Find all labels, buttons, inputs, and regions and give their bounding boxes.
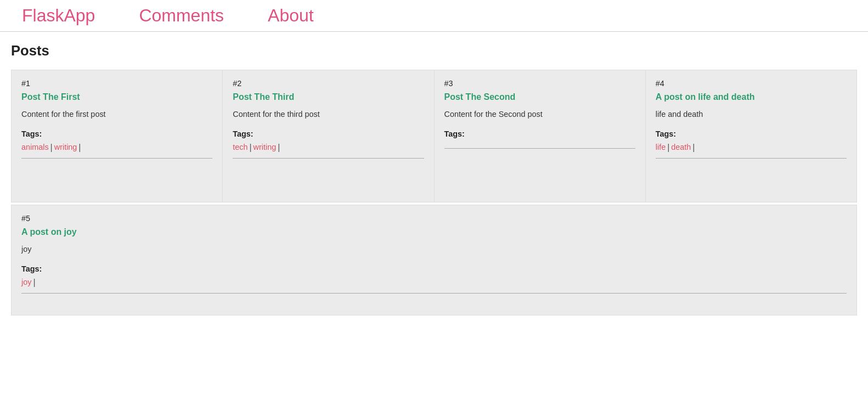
tags-list: joy | [21, 278, 847, 288]
posts-row-2: #5A post on joyjoyTags:joy | [11, 205, 857, 315]
card-divider [21, 158, 212, 159]
page-content: Posts #1Post The FirstContent for the fi… [0, 32, 868, 329]
nav-comments[interactable]: Comments [139, 5, 224, 26]
tag-separator: | [692, 143, 695, 153]
post-card: #4A post on life and deathlife and death… [646, 70, 856, 202]
card-divider [21, 293, 847, 294]
tag-link[interactable]: joy [21, 278, 31, 288]
post-number: #2 [233, 79, 424, 88]
nav-brand[interactable]: FlaskApp [22, 5, 95, 26]
tag-link[interactable]: writing [54, 143, 77, 153]
tag-separator: | [78, 143, 81, 153]
tags-label: Tags: [21, 129, 212, 138]
post-card: #5A post on joyjoyTags:joy | [12, 205, 856, 315]
post-content: life and death [656, 110, 847, 119]
tags-label: Tags: [233, 129, 424, 138]
tags-label: Tags: [21, 264, 847, 273]
post-card: #3Post The SecondContent for the Second … [435, 70, 646, 202]
tags-label: Tags: [444, 129, 635, 138]
tag-link[interactable]: animals [21, 143, 49, 153]
tag-link[interactable]: writing [253, 143, 277, 153]
tag-link[interactable]: life [656, 143, 666, 153]
tags-list: animals |writing | [21, 143, 212, 153]
tags-list: tech |writing | [233, 143, 424, 153]
post-title[interactable]: Post The Third [233, 92, 424, 102]
post-content: Content for the third post [233, 110, 424, 119]
post-number: #5 [21, 214, 847, 223]
navbar: FlaskApp Comments About [0, 0, 868, 32]
post-content: Content for the Second post [444, 110, 635, 119]
post-title[interactable]: Post The Second [444, 92, 635, 102]
tag-separator: | [50, 143, 53, 153]
post-card: #1Post The FirstContent for the first po… [12, 70, 223, 202]
tag-separator: | [667, 143, 669, 153]
tag-link[interactable]: death [671, 143, 691, 153]
page-title: Posts [11, 43, 857, 59]
tags-list: life |death | [656, 143, 847, 153]
posts-row-1: #1Post The FirstContent for the first po… [11, 70, 857, 202]
post-content: Content for the first post [21, 110, 212, 119]
post-title[interactable]: Post The First [21, 92, 212, 102]
post-number: #3 [444, 79, 635, 88]
post-number: #4 [656, 79, 847, 88]
card-divider [656, 158, 847, 159]
tags-label: Tags: [656, 129, 847, 138]
post-card: #2Post The ThirdContent for the third po… [223, 70, 434, 202]
post-content: joy [21, 245, 847, 253]
card-divider [233, 158, 424, 159]
tag-separator: | [249, 143, 251, 153]
posts-container: #1Post The FirstContent for the first po… [11, 70, 857, 315]
nav-about[interactable]: About [268, 5, 314, 26]
post-number: #1 [21, 79, 212, 88]
tag-link[interactable]: tech [233, 143, 247, 153]
post-title[interactable]: A post on joy [21, 227, 847, 237]
tag-separator: | [33, 278, 35, 288]
card-divider [444, 148, 635, 149]
post-title[interactable]: A post on life and death [656, 92, 847, 102]
tag-separator: | [278, 143, 280, 153]
